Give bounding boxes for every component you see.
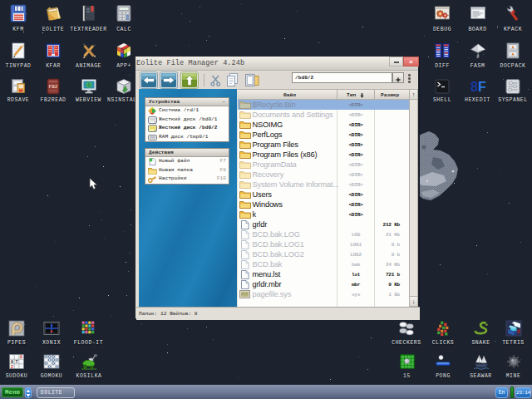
- svg-text:8: 8: [470, 80, 478, 94]
- svg-text:FB2: FB2: [49, 84, 58, 90]
- svg-text:F: F: [478, 80, 486, 94]
- svg-text:2: 2: [11, 364, 13, 370]
- svg-text:7: 7: [15, 359, 17, 365]
